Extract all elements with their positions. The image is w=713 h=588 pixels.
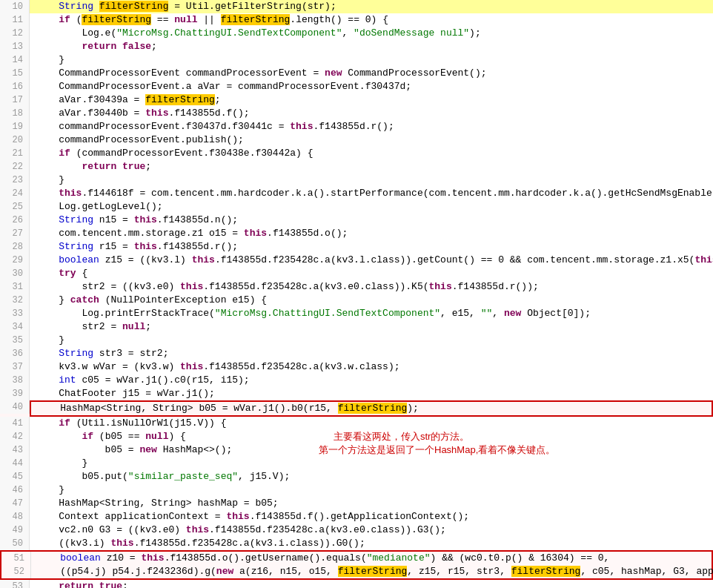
line-content-45: b05.put("similar_paste_seq", j15.V);	[30, 470, 713, 483]
line-content-44: }	[30, 457, 713, 470]
line-content-23: }	[30, 174, 713, 187]
line-num-38: 38	[0, 374, 30, 387]
annotation-1: 主要看这两处，传入str的方法。	[334, 430, 469, 443]
code-line-25: 25 Log.getLogLevel();	[0, 200, 713, 214]
code-line-30: 30 try {	[0, 267, 713, 280]
line-content-35: }	[30, 334, 713, 347]
code-line-50: 50 ((kv3.i) this.f143855d.f235428c.a(kv3…	[0, 537, 713, 550]
code-line-12: 12 Log.e("MicroMsg.ChattingUI.SendTextCo…	[0, 27, 713, 40]
code-line-42: 42 if (b05 == null) { 主要看这两处，传入str的方法。	[0, 430, 713, 443]
line-content-24: this.f144618f = com.tencent.mm.hardcoder…	[30, 187, 713, 200]
line-content-53: return true;	[30, 580, 713, 588]
line-num-13: 13	[0, 40, 30, 53]
line-num-39: 39	[0, 387, 30, 400]
line-content-26: String n15 = this.f143855d.n();	[30, 214, 713, 227]
code-line-31: 31 str2 = ((kv3.e0) this.f143855d.f23542…	[0, 280, 713, 294]
code-line-10: 10 String filterString = Util.getFilterS…	[0, 0, 713, 13]
code-line-41: 41 if (Util.isNullOrW1(j15.V)) {	[0, 417, 713, 430]
line-num-10: 10	[0, 0, 30, 13]
code-line-15: 15 CommandProcessorEvent commandProcesso…	[0, 67, 713, 80]
line-num-36: 36	[0, 347, 30, 360]
line-content-25: Log.getLogLevel();	[30, 200, 713, 214]
code-line-37: 37 kv3.w wVar = (kv3.w) this.f143855d.f2…	[0, 360, 713, 374]
code-line-53: 53 return true;	[0, 580, 713, 588]
line-num-40: 40	[0, 400, 30, 414]
line-content-12: Log.e("MicroMsg.ChattingUI.SendTextCompo…	[30, 27, 713, 40]
line-num-37: 37	[0, 360, 30, 374]
line-content-20: commandProcessorEvent.publish();	[30, 133, 713, 147]
red-box-block: 51 boolean z10 = this.f143855d.o().getUs…	[0, 550, 713, 580]
code-line-48: 48 Context applicationContext = this.f14…	[0, 510, 713, 523]
code-line-52: 52 ((p54.j) p54.j.f243236d).g(new a(z16,…	[1, 565, 712, 578]
annotation-2: 第一个方法这是返回了一个HashMap,看着不像关键点。	[319, 443, 555, 457]
line-num-35: 35	[0, 334, 30, 347]
line-num-31: 31	[0, 280, 30, 294]
code-line-17: 17 aVar.f30439a = filterString;	[0, 93, 713, 107]
line-content-27: com.tencent.mm.storage.z1 o15 = this.f14…	[30, 227, 713, 240]
code-line-43: 43 b05 = new HashMap<>(); 第一个方法这是返回了一个Ha…	[0, 443, 713, 457]
code-line-19: 19 commandProcessorEvent.f30437d.f30441c…	[0, 120, 713, 133]
line-content-47: HashMap<String, String> hashMap = b05;	[30, 497, 713, 510]
line-num-44: 44	[0, 457, 30, 470]
line-content-17: aVar.f30439a = filterString;	[30, 93, 713, 107]
code-line-21: 21 if (commandProcessorEvent.f30438e.f30…	[0, 147, 713, 160]
line-num-34: 34	[0, 320, 30, 334]
code-line-33: 33 Log.printErrStackTrace("MicroMsg.Chat…	[0, 307, 713, 320]
line-content-21: if (commandProcessorEvent.f30438e.f30442…	[30, 147, 713, 160]
line-num-19: 19	[0, 120, 30, 133]
code-line-35: 35 }	[0, 334, 713, 347]
code-line-28: 28 String r15 = this.f143855d.r();	[0, 240, 713, 254]
line-num-50: 50	[0, 537, 30, 550]
line-num-41: 41	[0, 417, 30, 430]
code-line-44: 44 }	[0, 457, 713, 470]
code-line-27: 27 com.tencent.mm.storage.z1 o15 = this.…	[0, 227, 713, 240]
line-num-15: 15	[0, 67, 30, 80]
code-line-40: 40 HashMap<String, String> b05 = wVar.j1…	[0, 400, 713, 417]
line-num-51: 51	[1, 552, 31, 565]
line-num-18: 18	[0, 107, 30, 120]
line-num-29: 29	[0, 254, 30, 267]
line-num-21: 21	[0, 147, 30, 160]
line-content-36: String str3 = str2;	[30, 347, 713, 360]
line-content-29: boolean z15 = ((kv3.l) this.f143855d.f23…	[30, 254, 713, 267]
line-content-34: str2 = null;	[30, 320, 713, 334]
line-num-25: 25	[0, 200, 30, 214]
line-content-48: Context applicationContext = this.f14385…	[30, 510, 713, 523]
code-line-23: 23 }	[0, 174, 713, 187]
code-line-36: 36 String str3 = str2;	[0, 347, 713, 360]
line-num-28: 28	[0, 240, 30, 254]
line-num-26: 26	[0, 214, 30, 227]
line-content-33: Log.printErrStackTrace("MicroMsg.Chattin…	[30, 307, 713, 320]
line-content-19: commandProcessorEvent.f30437d.f30441c = …	[30, 120, 713, 133]
line-content-30: try {	[30, 267, 713, 280]
code-line-46: 46 }	[0, 483, 713, 497]
code-line-45: 45 b05.put("similar_paste_seq", j15.V);	[0, 470, 713, 483]
line-content-38: int c05 = wVar.j1().c0(r15, i15);	[30, 374, 713, 387]
code-line-29: 29 boolean z15 = ((kv3.l) this.f143855d.…	[0, 254, 713, 267]
line-num-46: 46	[0, 483, 30, 497]
line-num-49: 49	[0, 523, 30, 537]
line-content-11: if (filterString == null || filterString…	[30, 13, 713, 27]
line-num-23: 23	[0, 174, 30, 187]
line-num-16: 16	[0, 80, 30, 93]
line-num-12: 12	[0, 27, 30, 40]
line-content-50: ((kv3.i) this.f143855d.f235428c.a(kv3.i.…	[30, 537, 713, 550]
code-line-16: 16 CommandProcessorEvent.a aVar = comman…	[0, 80, 713, 93]
code-line-34: 34 str2 = null;	[0, 320, 713, 334]
code-line-26: 26 String n15 = this.f143855d.n();	[0, 214, 713, 227]
line-num-48: 48	[0, 510, 30, 523]
line-content-49: vc2.n0 G3 = ((kv3.e0) this.f143855d.f235…	[30, 523, 713, 537]
line-content-31: str2 = ((kv3.e0) this.f143855d.f235428c.…	[30, 280, 713, 294]
line-content-28: String r15 = this.f143855d.r();	[30, 240, 713, 254]
code-line-14: 14 }	[0, 53, 713, 67]
code-line-39: 39 ChatFooter j15 = wVar.j1();	[0, 387, 713, 400]
code-line-22: 22 return true;	[0, 160, 713, 174]
line-num-22: 22	[0, 160, 30, 174]
line-content-18: aVar.f30440b = this.f143855d.f();	[30, 107, 713, 120]
code-line-49: 49 vc2.n0 G3 = ((kv3.e0) this.f143855d.f…	[0, 523, 713, 537]
line-num-47: 47	[0, 497, 30, 510]
line-content-15: CommandProcessorEvent commandProcessorEv…	[30, 67, 713, 80]
code-line-47: 47 HashMap<String, String> hashMap = b05…	[0, 497, 713, 510]
code-line-32: 32 } catch (NullPointerException e15) {	[0, 294, 713, 307]
code-line-13: 13 return false;	[0, 40, 713, 53]
